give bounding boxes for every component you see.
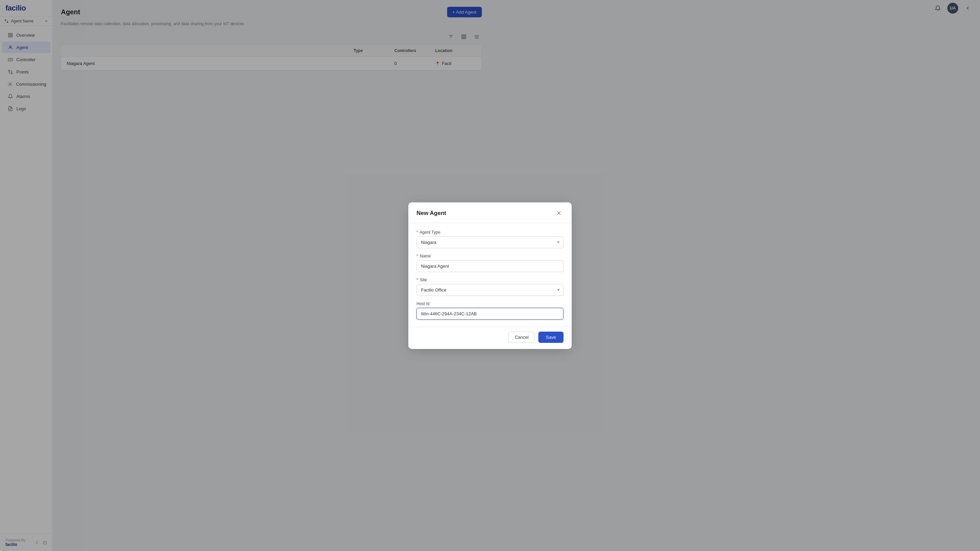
agent-type-select-wrapper: Niagara BACnet Modbus MQTT ▾	[417, 237, 490, 248]
agent-name-group: * Name	[417, 254, 490, 272]
agent-type-label: * Agent Type	[417, 230, 490, 235]
agent-type-group: * Agent Type Niagara BACnet Modbus MQTT …	[417, 230, 490, 248]
agent-name-form-label: * Name	[417, 254, 490, 259]
modal-title: New Agent	[417, 210, 446, 217]
agent-type-select[interactable]: Niagara BACnet Modbus MQTT	[417, 237, 490, 248]
agent-name-input[interactable]	[417, 260, 490, 272]
new-agent-modal: New Agent ✕ * Agent Type Niagara BACnet …	[408, 202, 490, 276]
modal-overlay: New Agent ✕ * Agent Type Niagara BACnet …	[0, 0, 490, 275]
modal-body: * Agent Type Niagara BACnet Modbus MQTT …	[408, 223, 490, 276]
modal-header: New Agent ✕	[408, 202, 490, 223]
